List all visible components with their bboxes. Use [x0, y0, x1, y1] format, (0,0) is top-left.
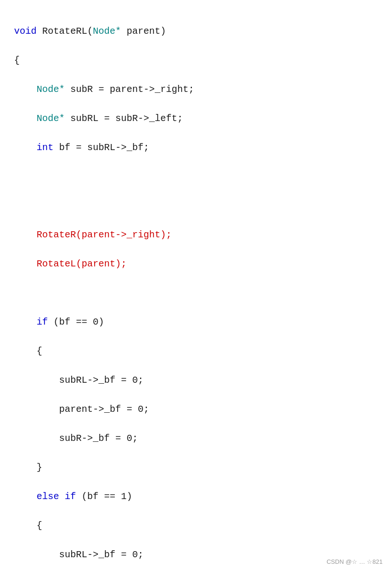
- line-18: {: [14, 518, 378, 533]
- line-3: Node* subR = parent->_right;: [14, 82, 378, 97]
- code-block: void RotateRL(Node* parent) { Node* subR…: [14, 9, 378, 576]
- line-19: subRL->_bf = 0;: [14, 547, 378, 562]
- line-17: else if (bf == 1): [14, 489, 378, 504]
- line-5: int bf = subRL->_bf;: [14, 140, 378, 155]
- line-14: parent->_bf = 0;: [14, 402, 378, 417]
- line-13: subRL->_bf = 0;: [14, 373, 378, 387]
- line-1: void RotateRL(Node* parent): [14, 24, 378, 38]
- line-6: [14, 169, 378, 184]
- line-9: RotateL(parent);: [14, 257, 378, 271]
- line-8: RotateR(parent->_right);: [14, 227, 378, 242]
- line-4: Node* subRL = subR->_left;: [14, 111, 378, 126]
- line-10: [14, 286, 378, 300]
- line-7: [14, 198, 378, 213]
- footer-label: CSDN @☆ … ☆821: [326, 557, 383, 567]
- line-16: }: [14, 460, 378, 475]
- line-12: {: [14, 344, 378, 358]
- line-11: if (bf == 0): [14, 315, 378, 329]
- line-15: subR->_bf = 0;: [14, 431, 378, 446]
- line-2: {: [14, 53, 378, 68]
